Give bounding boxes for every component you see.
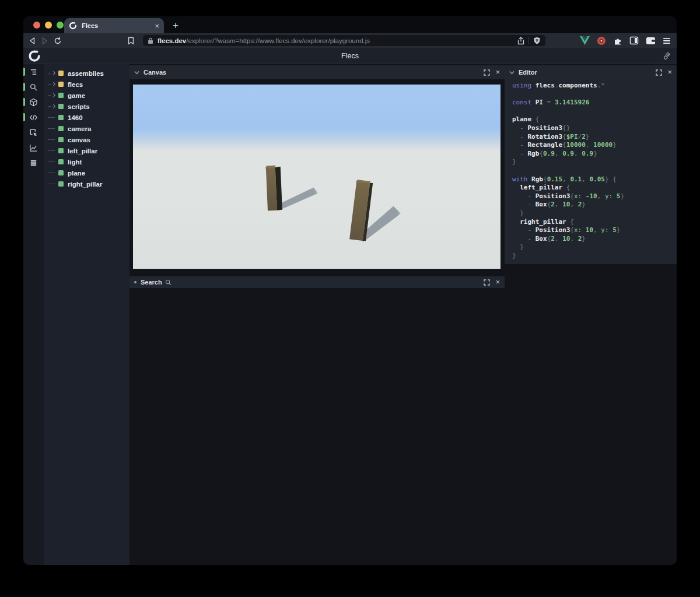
canvas-panel-title: Canvas xyxy=(144,69,166,76)
browser-tab[interactable]: Flecs × xyxy=(64,18,164,33)
expand-chevron-icon[interactable] xyxy=(51,93,55,97)
fullscreen-icon[interactable] xyxy=(656,69,662,76)
entity-color-square xyxy=(58,104,64,109)
editor-column: Editor × using flecs.components.* const … xyxy=(505,64,677,565)
stats-chart-icon[interactable] xyxy=(23,140,44,155)
chevron-down-icon[interactable] xyxy=(509,71,514,75)
code-editor[interactable]: using flecs.components.* const PI = 3.14… xyxy=(505,79,677,264)
entity-label: right_pillar xyxy=(68,181,102,188)
fullscreen-icon[interactable] xyxy=(484,69,490,76)
tree-item-right_pillar[interactable]: right_pillar xyxy=(44,178,130,189)
entity-tree-panel: assembliesflecsgamescripts1460cameracanv… xyxy=(44,64,130,565)
tree-item-left_pillar[interactable]: left_pillar xyxy=(44,145,130,156)
vue-devtools-icon[interactable] xyxy=(580,36,590,45)
entity-label: plane xyxy=(68,170,85,177)
inspect-icon[interactable] xyxy=(23,125,44,140)
entity-label: camera xyxy=(68,125,91,132)
back-icon[interactable] xyxy=(28,37,41,45)
tree-item-canvas[interactable]: canvas xyxy=(44,134,130,145)
app-content: assembliesflecsgamescripts1460cameracanv… xyxy=(23,64,677,565)
tab-bar: Flecs × + xyxy=(23,16,677,33)
collapsed-chevron-icon[interactable] xyxy=(134,281,136,283)
code-line: - Position3{} xyxy=(512,124,677,133)
code-line: - Rectangle{10000, 10000} xyxy=(512,141,677,150)
bookmark-icon[interactable] xyxy=(127,37,140,45)
minimize-window-button[interactable] xyxy=(45,22,52,29)
tree-item-scripts[interactable]: scripts xyxy=(44,101,130,112)
code-line: } xyxy=(512,252,677,261)
code-line: } xyxy=(512,209,677,218)
code-line xyxy=(512,90,677,99)
entities-tree-icon[interactable] xyxy=(23,64,44,79)
code-line: with Rgb{0.15, 0.1, 0.05} { xyxy=(512,175,677,184)
code-line: plane { xyxy=(512,115,677,124)
tree-item-flecs[interactable]: flecs xyxy=(44,79,130,90)
search-panel-title: Search xyxy=(141,279,162,286)
toolbar-extensions xyxy=(580,33,671,48)
tables-icon[interactable] xyxy=(23,155,44,170)
extensions-puzzle-icon[interactable] xyxy=(613,36,622,45)
menu-icon[interactable] xyxy=(663,37,671,44)
zoom-window-button[interactable] xyxy=(57,22,64,29)
tree-item-assemblies[interactable]: assemblies xyxy=(44,68,130,79)
query-search-icon[interactable] xyxy=(23,79,44,94)
chevron-down-icon[interactable] xyxy=(134,71,139,75)
lock-icon xyxy=(148,37,153,44)
reload-icon[interactable] xyxy=(54,37,66,45)
code-line: - Box{2, 10, 2} xyxy=(512,201,677,209)
entity-label: light xyxy=(68,159,82,166)
fullscreen-icon[interactable] xyxy=(484,279,490,286)
entity-color-square xyxy=(58,170,64,175)
expand-chevron-icon[interactable] xyxy=(51,104,55,108)
browser-toolbar: flecs.dev/explorer/?wasm=https://www.fle… xyxy=(23,33,677,48)
tree-item-game[interactable]: game xyxy=(44,90,130,101)
forward-icon[interactable] xyxy=(41,37,54,45)
window-controls xyxy=(33,22,64,29)
entity-color-square xyxy=(58,82,64,87)
tree-item-plane[interactable]: plane xyxy=(44,167,130,178)
sidebar-toggle-icon[interactable] xyxy=(629,36,639,45)
url-bar[interactable]: flecs.dev/explorer/?wasm=https://www.fle… xyxy=(143,35,545,46)
tree-item-light[interactable]: light xyxy=(44,156,130,167)
center-column: Canvas × xyxy=(130,64,505,565)
tab-title: Flecs xyxy=(82,22,155,29)
script-code-icon[interactable] xyxy=(23,110,44,125)
tree-item-camera[interactable]: camera xyxy=(44,123,130,134)
entity-color-square xyxy=(58,93,64,98)
wallet-icon[interactable] xyxy=(646,37,656,45)
close-panel-icon[interactable]: × xyxy=(495,279,500,286)
brave-shield-icon[interactable] xyxy=(533,37,541,45)
red-extension-icon[interactable] xyxy=(597,36,606,45)
url-domain: flecs.dev xyxy=(158,37,186,44)
link-icon[interactable] xyxy=(663,52,671,60)
3d-viewport[interactable] xyxy=(133,85,501,269)
tab-close-icon[interactable]: × xyxy=(155,22,159,30)
editor-panel-title: Editor xyxy=(519,69,537,76)
close-panel-icon[interactable]: × xyxy=(667,69,672,76)
entity-label: assemblies xyxy=(68,70,104,77)
entity-color-square xyxy=(58,148,64,153)
entity-color-square xyxy=(58,181,64,187)
share-icon[interactable] xyxy=(517,37,524,45)
app-header: Flecs xyxy=(23,48,677,64)
new-tab-button[interactable]: + xyxy=(169,19,182,32)
search-icon xyxy=(165,279,172,286)
search-panel-header: Search × xyxy=(130,276,505,288)
flecs-favicon xyxy=(69,22,77,30)
expand-chevron-icon[interactable] xyxy=(51,71,55,75)
code-line: - Rotation3{$PI/2} xyxy=(512,133,677,142)
code-line xyxy=(512,167,677,175)
close-panel-icon[interactable]: × xyxy=(495,69,500,76)
code-line: - Position3{x: -10, y: 5} xyxy=(512,192,677,201)
close-window-button[interactable] xyxy=(33,22,40,29)
browser-window: Flecs × + flecs.dev/explorer/?wasm=https… xyxy=(23,16,677,565)
editor-panel-header: Editor × xyxy=(505,65,677,79)
page-title: Flecs xyxy=(23,48,677,64)
entity-color-square xyxy=(58,115,64,120)
expand-chevron-icon[interactable] xyxy=(51,82,55,86)
scene-cube-icon[interactable] xyxy=(23,94,44,110)
tree-item-1460[interactable]: 1460 xyxy=(44,112,130,123)
entity-label: scripts xyxy=(68,103,90,110)
entity-color-square xyxy=(58,159,64,164)
entity-color-square xyxy=(58,137,64,142)
